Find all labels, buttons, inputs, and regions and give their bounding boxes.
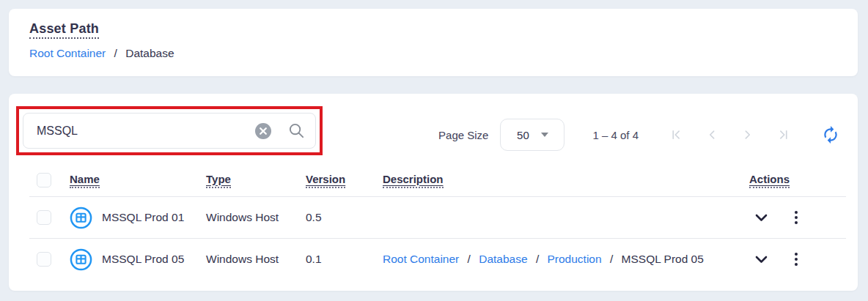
column-header-version: Version — [306, 173, 383, 188]
previous-page-icon[interactable] — [705, 128, 718, 141]
pagination-controls — [669, 128, 790, 141]
asset-description-breadcrumb: Root Container / Database / Production /… — [383, 253, 749, 266]
row-actions — [749, 209, 839, 226]
column-header-description: Description — [383, 173, 749, 188]
windows-host-icon — [70, 248, 92, 271]
description-crumb-link[interactable]: Root Container — [383, 253, 459, 265]
asset-name-cell: MSSQL Prod 01 — [70, 207, 206, 229]
description-crumb-link[interactable]: Production — [548, 253, 602, 265]
last-page-icon[interactable] — [777, 128, 790, 141]
breadcrumb-separator: / — [536, 253, 539, 265]
asset-name-cell: MSSQL Prod 05 — [70, 248, 206, 271]
windows-host-icon — [70, 207, 92, 229]
row-checkbox[interactable] — [37, 210, 51, 225]
page-title: Asset Path — [29, 21, 99, 39]
clear-search-icon[interactable] — [254, 122, 272, 140]
asset-name: MSSQL Prod 05 — [102, 253, 184, 266]
asset-name: MSSQL Prod 01 — [102, 211, 184, 224]
table-header-row: Name Type Version Description Actions — [9, 164, 858, 196]
asset-version: 0.5 — [306, 211, 383, 224]
search-input[interactable] — [37, 125, 254, 138]
column-header-type: Type — [206, 173, 306, 188]
caret-down-icon — [541, 133, 548, 137]
first-page-icon[interactable] — [669, 128, 683, 141]
asset-table-card: Page Size 50 1 – 4 of 4 — [9, 94, 858, 291]
breadcrumb: Root Container / Database — [29, 47, 837, 60]
breadcrumb-separator: / — [468, 253, 471, 265]
page-size-label: Page Size — [438, 129, 488, 141]
breadcrumb-separator: / — [114, 47, 117, 59]
description-crumb-link[interactable]: Database — [479, 253, 527, 265]
search-icon[interactable] — [288, 122, 305, 139]
asset-type: Windows Host — [206, 211, 306, 224]
select-all-checkbox[interactable] — [37, 173, 51, 187]
table-row: MSSQL Prod 01 Windows Host 0.5 — [9, 197, 858, 238]
refresh-icon[interactable] — [821, 125, 840, 144]
description-crumb-current: MSSQL Prod 05 — [622, 253, 704, 265]
row-menu-icon[interactable] — [792, 209, 801, 226]
page-size-value: 50 — [517, 129, 529, 141]
pagination-range-text: 1 – 4 of 4 — [592, 129, 639, 141]
asset-path-card: Asset Path Root Container / Database — [9, 9, 858, 76]
breadcrumb-current: Database — [125, 47, 174, 59]
breadcrumb-separator: / — [610, 253, 613, 265]
next-page-icon[interactable] — [741, 128, 754, 141]
annotation-highlight-box — [16, 106, 323, 155]
column-header-actions: Actions — [749, 173, 839, 188]
table-row: MSSQL Prod 05 Windows Host 0.1 Root Cont… — [9, 239, 858, 280]
search-box — [23, 113, 316, 149]
row-checkbox[interactable] — [37, 252, 51, 267]
column-header-name: Name — [70, 173, 206, 188]
expand-row-chevron-icon[interactable] — [755, 214, 768, 222]
breadcrumb-root-container-link[interactable]: Root Container — [29, 47, 106, 59]
asset-type: Windows Host — [206, 253, 306, 266]
table-toolbar: Page Size 50 1 – 4 of 4 — [438, 119, 840, 151]
row-actions — [749, 251, 839, 267]
asset-version: 0.1 — [306, 253, 383, 266]
page-size-select[interactable]: 50 — [500, 119, 564, 151]
row-menu-icon[interactable] — [792, 251, 801, 267]
expand-row-chevron-icon[interactable] — [755, 256, 768, 264]
